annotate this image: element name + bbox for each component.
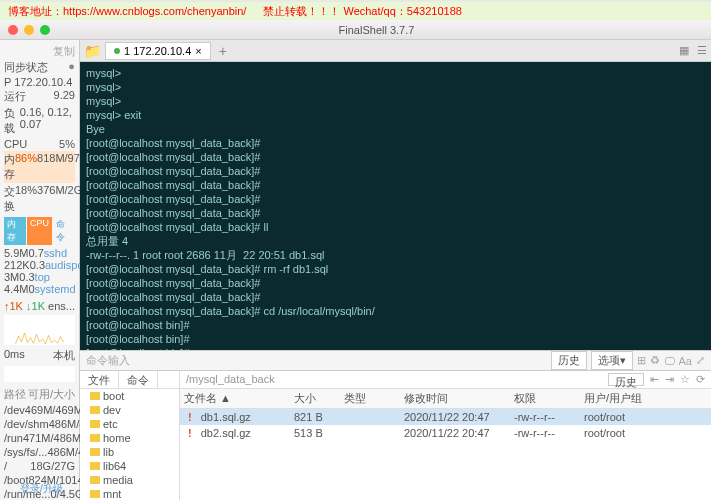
tree-item[interactable]: home — [80, 431, 179, 445]
terminal-line: 总用量 4 — [86, 234, 705, 248]
terminal-line: [root@localhost mysql_data_back]# — [86, 178, 705, 192]
sidebar-tabs[interactable]: 内存 CPU 命令 — [4, 217, 75, 245]
close-icon[interactable] — [8, 25, 18, 35]
network-sparkline — [4, 315, 75, 345]
terminal-line: Bye — [86, 122, 705, 136]
options-button[interactable]: 选项▾ — [591, 351, 633, 370]
file-row[interactable]: ! db1.sql.gz821 B2020/11/22 20:47-rw-r--… — [180, 409, 711, 425]
tab-file[interactable]: 文件 — [80, 371, 119, 388]
sidebar: 复制 同步状态● P 172.20.10.4 运行9.29 负载0.16, 0.… — [0, 40, 80, 500]
terminal-line: mysql> exit — [86, 108, 705, 122]
process-row: 4.4M0systemd — [4, 283, 75, 295]
tree-item[interactable]: lib64 — [80, 459, 179, 473]
file-list: /mysql_data_back 历史 ⇤ ⇥ ☆ ⟳ 文件名 ▲ 大小 类型 … — [180, 371, 711, 500]
session-tabbar: 📁 1 172.20.10.4 × + ▦ ☰ — [80, 40, 711, 62]
disk-row: /run471M/486M — [4, 431, 75, 445]
status-dot-icon — [114, 48, 120, 54]
file-panel: 文件 命令 bootdevetchomeliblib64mediamntmysq… — [80, 370, 711, 500]
session-tab[interactable]: 1 172.20.10.4 × — [105, 42, 211, 60]
tool-icon[interactable]: 🖵 — [664, 355, 675, 367]
tool-icon[interactable]: ⤢ — [696, 354, 705, 367]
history-button[interactable]: 历史 — [551, 351, 587, 370]
add-tab-icon[interactable]: + — [215, 43, 231, 59]
history-button[interactable]: 历史 — [608, 373, 644, 386]
disk-row: /dev/shm486M/486M — [4, 417, 75, 431]
minimize-icon[interactable] — [24, 25, 34, 35]
terminal-line: [root@localhost mysql_data_back]# cd /us… — [86, 304, 705, 318]
file-row[interactable]: ! db2.sql.gz513 B2020/11/22 20:47-rw-r--… — [180, 425, 711, 441]
terminal-line: mysql> — [86, 80, 705, 94]
tool-icon[interactable]: ⊞ — [637, 354, 646, 367]
terminal-line: [root@localhost mysql_data_back]# — [86, 136, 705, 150]
disk-row: /18G/27G — [4, 459, 75, 473]
terminal[interactable]: mysql>mysql>mysql>mysql> exitBye[root@lo… — [80, 62, 711, 350]
command-input-hint[interactable]: 命令输入 — [86, 353, 130, 368]
tree-item[interactable]: dev — [80, 403, 179, 417]
process-list: 5.9M0.7sshd212K0.3audispd3M0.3top4.4M0sy… — [4, 247, 75, 295]
copy-label: 复制 — [4, 44, 75, 59]
terminal-line: [root@localhost mysql_data_back]# — [86, 150, 705, 164]
tree-item[interactable]: etc — [80, 417, 179, 431]
disk-row: /sys/fs/...486M/486M — [4, 445, 75, 459]
disk-row: /dev469M/469M — [4, 403, 75, 417]
folder-icon[interactable]: 📁 — [84, 43, 101, 59]
star-icon[interactable]: ☆ — [680, 373, 690, 386]
terminal-line: [root@localhost bin]# — [86, 318, 705, 332]
tree-item[interactable]: lib — [80, 445, 179, 459]
traffic-lights[interactable] — [8, 25, 50, 35]
terminal-line: [root@localhost mysql_data_back]# — [86, 206, 705, 220]
terminal-line: [root@localhost mysql_data_back]# rm -rf… — [86, 262, 705, 276]
tab-command[interactable]: 命令 — [119, 371, 158, 388]
terminal-line: [root@localhost mysql_data_back]# ll — [86, 220, 705, 234]
login-link[interactable]: 登录/升级 — [20, 482, 63, 496]
process-row: 212K0.3audispd — [4, 259, 75, 271]
terminal-line: mysql> — [86, 94, 705, 108]
process-row: 5.9M0.7sshd — [4, 247, 75, 259]
maximize-icon[interactable] — [40, 25, 50, 35]
tree-item[interactable]: boot — [80, 389, 179, 403]
nav-icon[interactable]: ⇥ — [665, 373, 674, 386]
watermark-bar: 博客地址：https://www.cnblogs.com/chenyanbin/… — [0, 2, 711, 20]
terminal-line: [root@localhost mysql_data_back]# — [86, 276, 705, 290]
tree-item[interactable]: mnt — [80, 487, 179, 500]
list-icon[interactable]: ☰ — [697, 44, 707, 57]
ip-label: P 172.20.10.4 — [4, 76, 75, 88]
process-row: 3M0.3top — [4, 271, 75, 283]
terminal-line: mysql> — [86, 66, 705, 80]
grid-icon[interactable]: ▦ — [679, 44, 689, 57]
window-title: FinalShell 3.7.7 — [50, 24, 703, 36]
window-titlebar: FinalShell 3.7.7 — [0, 20, 711, 40]
sync-label: 同步状态 — [4, 60, 48, 75]
nav-icon[interactable]: ⇤ — [650, 373, 659, 386]
latency-sparkline — [4, 366, 75, 382]
tool-icon[interactable]: ♻ — [650, 354, 660, 367]
file-tree[interactable]: 文件 命令 bootdevetchomeliblib64mediamntmysq… — [80, 371, 180, 500]
tree-item[interactable]: media — [80, 473, 179, 487]
tool-icon[interactable]: Aa — [679, 355, 692, 367]
terminal-line: [root@localhost mysql_data_back]# — [86, 164, 705, 178]
path-display[interactable]: /mysql_data_back — [186, 373, 275, 386]
terminal-line: [root@localhost mysql_data_back]# — [86, 290, 705, 304]
terminal-footer: 命令输入 历史 选项▾ ⊞ ♻ 🖵 Aa ⤢ — [80, 350, 711, 370]
file-list-header[interactable]: 文件名 ▲ 大小 类型 修改时间 权限 用户/用户组 — [180, 389, 711, 409]
close-tab-icon[interactable]: × — [195, 45, 201, 57]
terminal-line: [root@localhost bin]# — [86, 332, 705, 346]
terminal-line: [root@localhost bin]# — [86, 346, 705, 350]
terminal-line: -rw-r--r--. 1 root root 2686 11月 22 20:5… — [86, 248, 705, 262]
refresh-icon[interactable]: ⟳ — [696, 373, 705, 386]
blog-link[interactable]: https://www.cnblogs.com/chenyanbin/ — [63, 5, 246, 17]
terminal-line: [root@localhost mysql_data_back]# — [86, 192, 705, 206]
